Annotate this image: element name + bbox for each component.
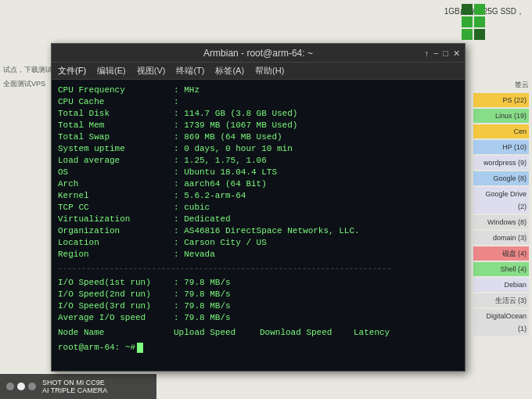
label-io2: I/O Speed(2nd run) — [58, 289, 174, 300]
dot-1 — [6, 383, 14, 390]
row-cpu-cache: CPU Cache : — [58, 96, 458, 108]
tag-cen: Cen — [473, 124, 529, 138]
left-sidebar: 试点，下载测试 全面测试VPS — [0, 63, 59, 91]
val-io-avg: : 79.8 MB/s — [174, 312, 231, 324]
row-org: Organization : AS46816 DirectSpace Netwo… — [58, 225, 458, 237]
label-cpu-cache: CPU Cache — [58, 96, 174, 108]
cursor — [137, 343, 143, 353]
terminal-body[interactable]: CPU Frequency : MHz CPU Cache : Total Di… — [52, 80, 465, 371]
row-arch: Arch : aarch64 (64 Bit) — [58, 178, 458, 190]
menu-help[interactable]: 帮助(H) — [255, 65, 284, 77]
sh-node-label: Node Name — [58, 327, 174, 339]
label-total-disk: Total Disk — [58, 108, 174, 120]
tag-debian: Debian — [473, 278, 529, 292]
val-io2: : 79.8 MB/s — [174, 289, 231, 300]
val-uptime: : 0 days, 0 hour 10 min — [174, 143, 293, 155]
tag-life: 生活云 (3) — [473, 293, 529, 307]
logo-area — [462, 4, 485, 40]
val-total-swap: : 869 MB (64 MB Used) — [174, 131, 282, 143]
val-total-disk: : 114.7 GB (3.8 GB Used) — [174, 108, 297, 120]
row-io-avg: Average I/O speed : 79.8 MB/s — [58, 312, 458, 324]
sh-latency-label: Latency — [354, 327, 390, 339]
terminal-menubar: 文件(F) 编辑(E) 视图(V) 终端(T) 标签(A) 帮助(H) — [52, 63, 465, 80]
row-region: Region : Nevada — [58, 249, 458, 261]
menu-tabs[interactable]: 标签(A) — [215, 65, 244, 77]
menu-edit[interactable]: 编辑(E) — [97, 65, 126, 77]
row-io1: I/O Speed(1st run) : 79.8 MB/s — [58, 277, 458, 289]
tag-shell: Shell (4) — [473, 262, 529, 276]
label-location: Location — [58, 237, 174, 249]
menu-view[interactable]: 视图(V) — [137, 65, 166, 77]
row-total-mem: Total Mem : 1739 MB (1067 MB Used) — [58, 120, 458, 131]
val-os: : Ubuntu 18.04.4 LTS — [174, 167, 277, 178]
val-io3: : 79.8 MB/s — [174, 300, 231, 312]
terminal-titlebar: Armbian - root@arm-64: ~ ↑ − □ ✕ — [52, 44, 465, 63]
sh-download-label: Download Speed — [260, 327, 354, 339]
sh-upload-label: Upload Speed — [174, 327, 260, 339]
titlebar-max-btn[interactable]: □ — [443, 48, 448, 58]
val-cpu-cache: : — [174, 96, 179, 108]
label-load: Load average — [58, 155, 174, 167]
label-tcpcc: TCP CC — [58, 202, 174, 214]
val-total-mem: : 1739 MB (1067 MB Used) — [174, 120, 297, 131]
row-os: OS : Ubuntu 18.04.4 LTS — [58, 167, 458, 178]
menu-terminal[interactable]: 终端(T) — [176, 65, 204, 77]
dot-2 — [17, 383, 25, 390]
tag-gdrive: Google Drive (2) — [473, 187, 529, 214]
label-kernel: Kernel — [58, 190, 174, 202]
camera-bar: SHOT ON MI CC9EAI TRIPLE CAMERA — [0, 374, 156, 399]
prompt-text: root@arm-64: ~# — [58, 342, 135, 354]
val-region: : Nevada — [174, 249, 215, 261]
val-org: : AS46816 DirectSpace Networks, LLC. — [174, 225, 360, 237]
row-kernel: Kernel : 5.6.2-arm-64 — [58, 190, 458, 202]
divider-1: ----------------------------------------… — [58, 263, 458, 275]
titlebar-close-btn[interactable]: ✕ — [453, 48, 460, 58]
label-region: Region — [58, 249, 174, 261]
right-sidebar: 签云 PS (22) Linux (19) Cen HP (10) wordpr… — [473, 78, 532, 337]
label-uptime: System uptime — [58, 143, 174, 155]
val-load: : 1.25, 1.75, 1.06 — [174, 155, 267, 167]
row-location: Location : Carson City / US — [58, 237, 458, 249]
tag-windows: Windows (8) — [473, 215, 529, 229]
row-uptime: System uptime : 0 days, 0 hour 10 min — [58, 143, 458, 155]
terminal-window: Armbian - root@arm-64: ~ ↑ − □ ✕ 文件(F) 编… — [51, 43, 466, 372]
val-virt: : Dedicated — [174, 214, 231, 225]
val-kernel: : 5.6.2-arm-64 — [174, 190, 246, 202]
tag-hp: HP (10) — [473, 140, 529, 154]
terminal-prompt: root@arm-64: ~# — [58, 342, 458, 354]
label-io3: I/O Speed(3rd run) — [58, 300, 174, 312]
tag-ps: PS (22) — [473, 93, 529, 107]
val-location: : Carson City / US — [174, 237, 267, 249]
label-io1: I/O Speed(1st run) — [58, 277, 174, 289]
val-tcpcc: : cubic — [174, 202, 210, 214]
row-io2: I/O Speed(2nd run) : 79.8 MB/s — [58, 289, 458, 300]
dot-3 — [28, 383, 36, 390]
camera-dots — [6, 383, 36, 390]
tag-do: DigitalOcean (1) — [473, 309, 529, 336]
row-load: Load average : 1.25, 1.75, 1.06 — [58, 155, 458, 167]
titlebar-controls: ↑ − □ ✕ — [424, 48, 460, 58]
label-arch: Arch — [58, 178, 174, 190]
row-tcpcc: TCP CC : cubic — [58, 202, 458, 214]
label-cpu-freq: CPU Frequency — [58, 84, 174, 96]
label-total-mem: Total Mem — [58, 120, 174, 131]
tag-google: Google (8) — [473, 171, 529, 185]
row-total-swap: Total Swap : 869 MB (64 MB Used) — [58, 131, 458, 143]
menu-file[interactable]: 文件(F) — [58, 65, 86, 77]
camera-label: SHOT ON MI CC9EAI TRIPLE CAMERA — [42, 379, 107, 394]
terminal-title: Armbian - root@arm-64: ~ — [203, 48, 313, 59]
label-virt: Virtualization — [58, 214, 174, 225]
label-org: Organization — [58, 225, 174, 237]
titlebar-up-btn[interactable]: ↑ — [424, 48, 429, 58]
row-total-disk: Total Disk : 114.7 GB (3.8 GB Used) — [58, 108, 458, 120]
row-virt: Virtualization : Dedicated — [58, 214, 458, 225]
val-arch: : aarch64 (64 Bit) — [174, 178, 267, 190]
row-cpu-freq: CPU Frequency : MHz — [58, 84, 458, 96]
row-io3: I/O Speed(3rd run) : 79.8 MB/s — [58, 300, 458, 312]
tag-domain: domain (3) — [473, 231, 529, 245]
titlebar-min-btn[interactable]: − — [433, 48, 438, 58]
tag-linux: Linux (19) — [473, 109, 529, 123]
tag-wordpress: wordpress (9) — [473, 156, 529, 170]
label-total-swap: Total Swap — [58, 131, 174, 143]
label-io-avg: Average I/O speed — [58, 312, 174, 324]
